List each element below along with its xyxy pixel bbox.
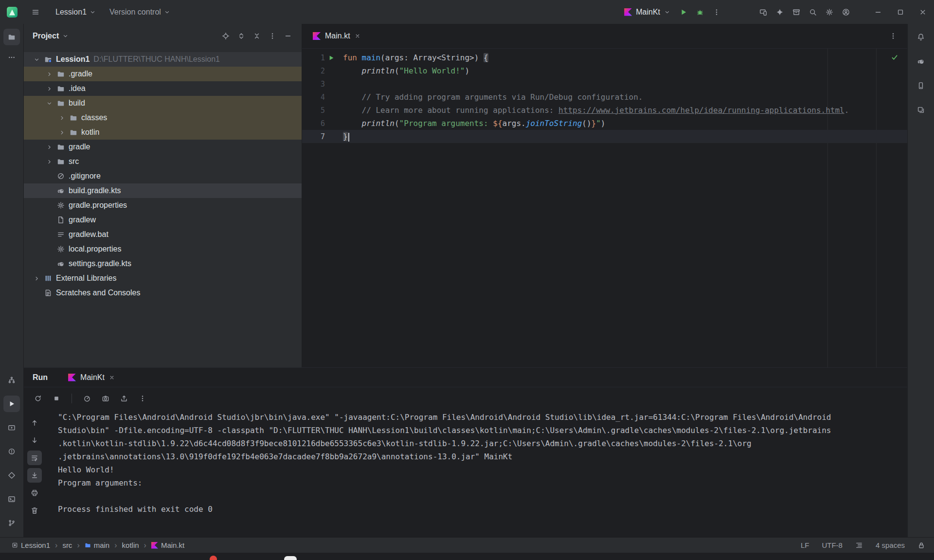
tree-row[interactable]: settings.gradle.kts <box>24 256 302 271</box>
editor[interactable]: 1fun main(args: Array<String>) {2 printl… <box>302 49 907 367</box>
breadcrumb-item[interactable]: kotlin <box>122 541 139 549</box>
next-occurrence-button[interactable] <box>27 433 42 448</box>
tree-row[interactable]: build.gradle.kts <box>24 183 302 198</box>
indent-icon-widget[interactable] <box>855 542 863 549</box>
tree-row[interactable]: src <box>24 154 302 169</box>
device-explorer-button[interactable] <box>913 77 929 94</box>
code-line[interactable]: 7} <box>302 130 907 143</box>
gradle-tool-window-button[interactable] <box>913 53 929 70</box>
tree-row[interactable]: .idea <box>24 81 302 96</box>
sdk-manager-button[interactable] <box>788 4 805 20</box>
code-line[interactable]: 3 <box>302 77 907 90</box>
notifications-button[interactable] <box>913 29 929 45</box>
project-tool-window-button[interactable] <box>3 29 20 45</box>
tree-row[interactable]: Scratches and Consoles <box>24 286 302 300</box>
chevron-right-icon[interactable] <box>43 156 55 167</box>
tree-row[interactable]: local.properties <box>24 242 302 256</box>
run-gutter-icon[interactable] <box>325 51 338 64</box>
console-output[interactable]: "C:\Program Files\Android\Android Studio… <box>45 410 831 518</box>
clear-console-button[interactable] <box>27 503 42 518</box>
more-tool-windows-button[interactable] <box>3 49 20 66</box>
editor-tab-options-button[interactable] <box>885 28 901 44</box>
main-menu-button[interactable] <box>27 4 44 20</box>
indent-widget[interactable]: 4 spaces <box>876 541 905 549</box>
run-tool-window-button[interactable] <box>3 396 20 412</box>
chevron-right-icon[interactable] <box>43 83 55 94</box>
code-line[interactable]: 1fun main(args: Array<String>) { <box>302 51 907 64</box>
device-mirroring-button[interactable] <box>755 4 772 20</box>
collapse-all-button[interactable] <box>250 29 264 43</box>
tree-row[interactable]: gradle <box>24 140 302 154</box>
run-tab-mainkt[interactable]: MainKt <box>68 373 115 382</box>
line-separator-widget[interactable]: LF <box>801 541 809 549</box>
services-tool-window-button[interactable] <box>3 419 20 436</box>
expand-all-button[interactable] <box>234 29 248 43</box>
rerun-button[interactable] <box>31 391 45 406</box>
soft-wrap-button[interactable] <box>27 451 42 465</box>
toolbar-separator <box>72 394 72 403</box>
chevron-down-icon[interactable] <box>43 97 55 109</box>
account-button[interactable] <box>838 4 854 20</box>
tree-row[interactable]: gradlew <box>24 213 302 227</box>
editor-tab-mainkt[interactable]: Main.kt <box>307 24 366 48</box>
problems-tool-window-button[interactable] <box>3 443 20 460</box>
project-panel-title[interactable]: Project <box>33 32 69 40</box>
run-button[interactable] <box>675 4 692 20</box>
run-configuration-selector[interactable]: MainKt <box>624 8 670 17</box>
prev-occurrence-button[interactable] <box>27 415 42 430</box>
profiler-button[interactable] <box>80 391 94 406</box>
chevron-right-icon[interactable] <box>31 272 42 284</box>
close-tab-icon[interactable] <box>109 375 115 380</box>
panel-options-button[interactable] <box>266 29 279 43</box>
tree-row[interactable]: Lession1D:\FLUTTER\THUC HANH\Lession1 <box>24 52 302 67</box>
code-line[interactable]: 2 println("Hello World!") <box>302 64 907 77</box>
debug-button[interactable] <box>692 4 708 20</box>
code-line[interactable]: 4 // Try adding program arguments via Ru… <box>302 90 907 104</box>
close-tab-icon[interactable] <box>355 33 360 39</box>
breadcrumb-item[interactable]: main <box>85 541 110 549</box>
more-run-actions-button[interactable] <box>708 4 725 20</box>
locate-file-button[interactable] <box>219 29 233 43</box>
code-line[interactable]: 6 println("Program arguments: ${args.joi… <box>302 117 907 130</box>
print-button[interactable] <box>27 486 42 500</box>
encoding-widget[interactable]: UTF-8 <box>822 541 843 549</box>
resource-manager-button[interactable] <box>913 102 929 118</box>
chevron-down-icon[interactable] <box>31 54 42 65</box>
scroll-to-end-button[interactable] <box>27 468 42 483</box>
terminal-tool-window-button[interactable] <box>3 491 20 507</box>
tree-row[interactable]: .gradle <box>24 67 302 81</box>
chevron-right-icon[interactable] <box>43 68 55 80</box>
inspections-ok-icon[interactable] <box>891 54 898 61</box>
structure-tool-window-button[interactable] <box>3 372 20 388</box>
breadcrumb-item[interactable]: Lession1 <box>12 541 50 549</box>
version-control-tool-window-button[interactable] <box>3 515 20 531</box>
tree-row[interactable]: gradle.properties <box>24 198 302 213</box>
close-button[interactable] <box>912 0 934 24</box>
tree-row[interactable]: kotlin <box>24 125 302 140</box>
chevron-right-icon[interactable] <box>43 141 55 153</box>
tree-row[interactable]: classes <box>24 110 302 125</box>
export-button[interactable] <box>117 391 131 406</box>
console-options-button[interactable] <box>135 391 150 406</box>
code-line[interactable]: 5 // Learn more about running applicatio… <box>302 104 907 117</box>
settings-button[interactable] <box>821 4 838 20</box>
hide-panel-button[interactable] <box>281 29 295 43</box>
version-control-menu[interactable]: Version control <box>108 6 172 18</box>
stop-button[interactable] <box>49 391 64 406</box>
tree-row[interactable]: build <box>24 96 302 110</box>
breadcrumb-item[interactable]: src <box>62 541 72 549</box>
maximize-button[interactable] <box>889 0 912 24</box>
search-everywhere-button[interactable] <box>805 4 821 20</box>
readonly-widget[interactable] <box>917 542 925 549</box>
tree-row[interactable]: gradlew.bat <box>24 227 302 242</box>
breadcrumb-item[interactable]: Main.kt <box>151 541 184 549</box>
tree-row[interactable]: .gitignore <box>24 169 302 183</box>
minimize-button[interactable] <box>867 0 889 24</box>
tree-row[interactable]: External Libraries <box>24 271 302 286</box>
chevron-right-icon[interactable] <box>56 126 68 138</box>
build-tool-window-button[interactable] <box>3 467 20 484</box>
chevron-right-icon[interactable] <box>56 112 68 124</box>
screenshot-button[interactable] <box>98 391 113 406</box>
project-name-menu[interactable]: Lession1 <box>54 6 98 18</box>
ai-assistant-button[interactable] <box>772 4 788 20</box>
